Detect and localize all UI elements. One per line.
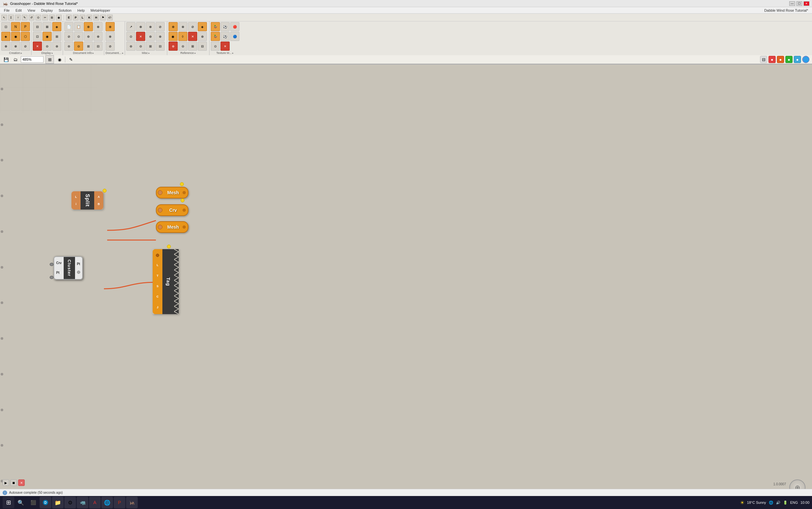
display-icon-9[interactable]: ⊛ [52,42,61,51]
ref-icon-12[interactable]: ⊟ [198,42,207,51]
canvas[interactable]: L i Split A B Mesh Crv Mesh [0,65,812,505]
misc-icon-5[interactable]: ⊙ [126,32,135,41]
close-button[interactable]: ✕ [804,1,809,6]
creation-icon-9[interactable]: ⊘ [21,42,30,51]
menu-edit[interactable]: Edit [13,8,24,13]
ref-icon-2[interactable]: ⊗ [178,22,187,31]
misc-icon-11[interactable]: ⊞ [146,42,155,51]
split-port-B[interactable]: B [96,202,102,206]
maximize-button[interactable]: ☐ [797,1,802,6]
canvas-right-icon-1[interactable]: ⊟ [760,56,767,63]
toolbar-icon-sigma[interactable]: Σ [8,14,14,21]
taskbar-acrobat[interactable]: A [89,497,101,508]
menu-solution[interactable]: Solution [56,8,74,13]
creation-icon-4[interactable]: ◈ [1,32,10,41]
crv-node[interactable]: Crv [156,204,188,216]
misc-icon-6[interactable]: ✕ [136,32,145,41]
toolbar-icon-P[interactable]: P [73,14,79,21]
toolbar-icon-arrow[interactable]: ↖ [1,14,7,21]
toolbar-icon-scissors[interactable]: ✂ [42,14,48,21]
mesh2-port-in[interactable] [158,225,163,229]
tag-body[interactable]: Tag [163,249,174,314]
split-body[interactable]: Split [80,191,94,209]
toolbar-icon-pencil[interactable]: ✎ [22,14,28,21]
docinfo-icon-5[interactable]: ⊘ [64,32,73,41]
misc-icon-1[interactable]: ↗ [126,22,135,31]
section-arrow-texture[interactable]: ▸ [232,52,234,55]
tag-port-T[interactable]: T [154,273,161,278]
toolbar-icon-K[interactable]: K [86,14,92,21]
toolbar-icon-fork[interactable]: ⑂ [15,14,21,21]
crv-port-in[interactable] [158,208,163,212]
zoom-input[interactable] [21,56,43,63]
split-port-A[interactable]: A [96,195,102,199]
canvas-right-icon-globe[interactable]: 🌐 [802,56,809,63]
tex-icon-7[interactable]: ⊙ [211,42,220,51]
toolbar-icon-copy[interactable]: ⊞ [49,14,55,21]
section-arrow-misc[interactable]: ▸ [148,52,150,55]
mesh1-port-in[interactable] [158,190,163,195]
tex-icon-2[interactable]: ⚽ [220,22,230,31]
display-icon-2[interactable]: ⊠ [42,22,51,31]
taskbar-chrome[interactable]: 🌐 [101,497,113,508]
misc-icon-3[interactable]: ⊗ [146,22,155,31]
creation-icon-2[interactable]: N [11,22,20,31]
ref-icon-1[interactable]: ⊕ [169,22,178,31]
display-icon-6[interactable]: ⊞ [52,32,61,41]
toolbar-icon-flag[interactable]: ⚑ [100,14,106,21]
section-arrow-document[interactable]: ▸ [122,52,123,55]
display-icon-3[interactable]: ◈ [52,22,61,31]
creation-icon-6[interactable]: ⬡ [21,32,30,41]
ref-icon-4[interactable]: ◈ [198,22,207,31]
menu-help[interactable]: Help [75,8,87,13]
close-button-canvas[interactable]: ✕ [18,479,25,486]
misc-icon-2[interactable]: ⊕ [136,22,145,31]
taskbar-volume[interactable]: 🔊 [776,501,780,505]
cluster-body[interactable]: Cluster [64,257,75,279]
taskbar-settings[interactable]: ⚙ [64,497,76,508]
taskbar-taskview[interactable]: ⬛ [27,497,39,508]
play-button[interactable]: ▶ [3,479,9,486]
misc-icon-9[interactable]: ⊜ [126,42,135,51]
creation-icon-3[interactable]: P [21,22,30,31]
display-icon-7[interactable]: ✕ [33,42,42,51]
taskbar-dell[interactable]: D [40,497,51,508]
tag-port-S[interactable]: S [154,284,161,289]
misc-icon-7[interactable]: ⊚ [146,32,155,41]
docinfo-icon-12[interactable]: ⊟ [94,42,103,51]
tex-icon-4[interactable]: 🦆 [211,32,220,41]
canvas-icon-save[interactable]: 💾 [3,56,10,63]
menu-view[interactable]: View [25,8,38,13]
canvas-right-icon-5[interactable]: ● [794,56,801,63]
doc-icon-3[interactable]: ⊘ [106,42,115,51]
tag-port-C[interactable]: C [154,294,161,299]
tag-node[interactable]: L T S C J Tag [153,249,179,314]
docinfo-icon-7[interactable]: ⊚ [84,32,93,41]
toolbar-icon-H[interactable]: H [93,14,99,21]
canvas-right-icon-4[interactable]: ● [785,56,792,63]
ref-icon-6[interactable]: ◊ [178,32,187,41]
cluster-node[interactable]: Crv Pt Cluster Pt [54,256,83,280]
tex-icon-8[interactable]: ✕ [220,42,230,51]
canvas-icon-layer[interactable]: 🗂 [12,56,19,63]
creation-icon-1[interactable]: ⊡ [1,22,10,31]
ref-icon-5[interactable]: ◉ [169,32,178,41]
misc-icon-12[interactable]: ⊟ [155,42,165,51]
docinfo-icon-11[interactable]: ⊞ [84,42,93,51]
docinfo-icon-6[interactable]: ⊙ [74,32,83,41]
display-icon-5[interactable]: ◉ [42,32,51,41]
section-arrow-docinfo[interactable]: ▸ [93,52,94,55]
mesh2-node[interactable]: Mesh [156,221,188,233]
taskbar-explorer[interactable]: 📁 [52,497,64,508]
creation-icon-5[interactable]: ◉ [11,32,20,41]
toolbar-icon-L[interactable]: L [79,14,85,21]
stop-button[interactable]: ⏹ [10,479,17,486]
tex-icon-6[interactable]: 🔵 [230,32,239,41]
display-icon-1[interactable]: ⊟ [33,22,42,31]
doc-icon-2[interactable]: ⊗ [106,32,115,41]
tex-icon-5[interactable]: ⚽ [220,32,230,41]
creation-icon-8[interactable]: ⊗ [11,42,20,51]
docinfo-icon-2[interactable]: 📋 [74,22,83,31]
menu-metahopper[interactable]: MetaHopper [88,8,113,13]
tex-icon-3[interactable]: 🔴 [230,22,239,31]
